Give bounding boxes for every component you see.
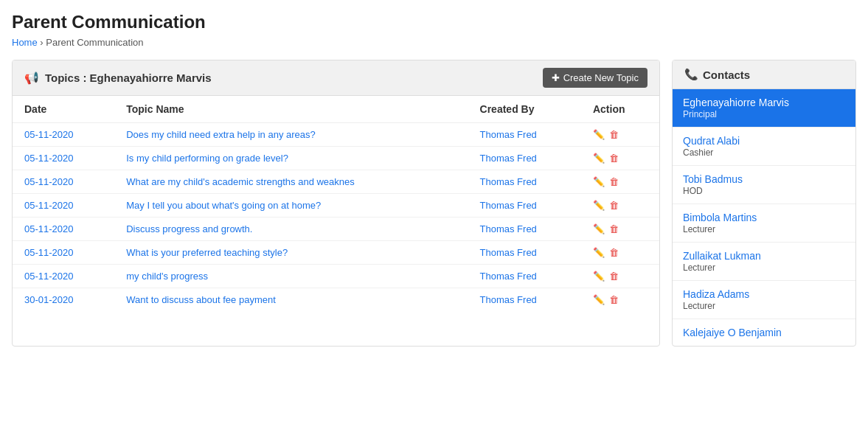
contacts-header-title: Contacts — [703, 69, 750, 81]
cell-topic-name[interactable]: What are my child's academic strengths a… — [114, 170, 468, 194]
edit-icon[interactable]: ✏️ — [593, 247, 605, 258]
col-header-topic-name: Topic Name — [114, 96, 468, 123]
delete-icon[interactable]: 🗑 — [609, 247, 619, 258]
table-row: 05-11-2020Does my child need extra help … — [13, 123, 659, 147]
contact-name: Eghenayahiorre Marvis — [683, 97, 845, 108]
topics-header-title: Topics : Eghenayahiorre Marvis — [45, 72, 212, 84]
cell-topic-name[interactable]: Want to discuss about fee payment — [114, 288, 468, 312]
create-new-topic-button[interactable]: ✚ Create New Topic — [543, 68, 647, 88]
phone-icon: 📞 — [684, 68, 698, 81]
create-btn-label: Create New Topic — [563, 72, 639, 83]
col-header-action: Action — [581, 96, 659, 123]
edit-icon[interactable]: ✏️ — [593, 200, 605, 211]
contact-name: Bimbola Martins — [683, 212, 845, 223]
topics-panel: 📢 Topics : Eghenayahiorre Marvis ✚ Creat… — [12, 60, 660, 347]
delete-icon[interactable]: 🗑 — [609, 153, 619, 164]
create-btn-icon: ✚ — [552, 72, 560, 83]
contact-role: Cashier — [683, 147, 845, 158]
cell-topic-name[interactable]: What is your preferred teaching style? — [114, 241, 468, 265]
contact-item[interactable]: Kalejaiye O Benjamin — [673, 319, 855, 346]
cell-topic-name[interactable]: May I tell you about what's going on at … — [114, 194, 468, 218]
contact-role: Lecturer — [683, 301, 845, 311]
contact-item[interactable]: Bimbola MartinsLecturer — [673, 204, 855, 243]
table-row: 05-11-2020What are my child's academic s… — [13, 170, 659, 194]
main-layout: 📢 Topics : Eghenayahiorre Marvis ✚ Creat… — [12, 60, 856, 347]
cell-date: 30-01-2020 — [13, 288, 114, 312]
cell-topic-name[interactable]: Discuss progress and growth. — [114, 218, 468, 241]
breadcrumb-current: Parent Communication — [46, 37, 143, 48]
cell-created-by: Thomas Fred — [468, 218, 581, 241]
megaphone-icon: 📢 — [24, 71, 39, 85]
cell-action: ✏️🗑 — [581, 265, 659, 288]
cell-topic-name[interactable]: Is my child performing on grade level? — [114, 147, 468, 170]
table-row: 05-11-2020Is my child performing on grad… — [13, 147, 659, 170]
delete-icon[interactable]: 🗑 — [609, 271, 619, 282]
cell-action: ✏️🗑 — [581, 147, 659, 170]
edit-icon[interactable]: ✏️ — [593, 176, 605, 187]
cell-action: ✏️🗑 — [581, 288, 659, 312]
edit-icon[interactable]: ✏️ — [593, 223, 605, 234]
topics-header: 📢 Topics : Eghenayahiorre Marvis ✚ Creat… — [13, 60, 659, 96]
table-row: 05-11-2020my child's progressThomas Fred… — [13, 265, 659, 288]
cell-action: ✏️🗑 — [581, 170, 659, 194]
contact-role: Lecturer — [683, 262, 845, 273]
cell-topic-name[interactable]: Does my child need extra help in any are… — [114, 123, 468, 147]
edit-icon[interactable]: ✏️ — [593, 271, 605, 282]
cell-created-by: Thomas Fred — [468, 170, 581, 194]
contact-name: Hadiza Adams — [683, 288, 845, 300]
breadcrumb-home[interactable]: Home — [12, 37, 38, 48]
topics-table: Date Topic Name Created By Action 05-11-… — [13, 96, 659, 311]
topics-header-left: 📢 Topics : Eghenayahiorre Marvis — [24, 71, 212, 85]
table-row: 05-11-2020What is your preferred teachin… — [13, 241, 659, 265]
edit-icon[interactable]: ✏️ — [593, 294, 605, 305]
col-header-date: Date — [13, 96, 114, 123]
contact-item[interactable]: Hadiza AdamsLecturer — [673, 281, 855, 319]
contact-item[interactable]: Qudrat AlabiCashier — [673, 128, 855, 166]
cell-action: ✏️🗑 — [581, 123, 659, 147]
cell-date: 05-11-2020 — [13, 147, 114, 170]
table-row: 30-01-2020Want to discuss about fee paym… — [13, 288, 659, 312]
breadcrumb: Home › Parent Communication — [12, 37, 856, 48]
delete-icon[interactable]: 🗑 — [609, 223, 619, 234]
edit-icon[interactable]: ✏️ — [593, 153, 605, 164]
delete-icon[interactable]: 🗑 — [609, 129, 619, 140]
contact-name: Tobi Badmus — [683, 173, 845, 185]
contact-item[interactable]: Tobi BadmusHOD — [673, 166, 855, 204]
cell-created-by: Thomas Fred — [468, 147, 581, 170]
cell-created-by: Thomas Fred — [468, 265, 581, 288]
cell-topic-name[interactable]: my child's progress — [114, 265, 468, 288]
cell-action: ✏️🗑 — [581, 241, 659, 265]
contact-role: Principal — [683, 109, 845, 119]
cell-date: 05-11-2020 — [13, 265, 114, 288]
contacts-list: Eghenayahiorre MarvisPrincipalQudrat Ala… — [673, 89, 855, 346]
contacts-header: 📞 Contacts — [673, 60, 855, 89]
contact-role: HOD — [683, 186, 845, 196]
table-header-row: Date Topic Name Created By Action — [13, 96, 659, 123]
cell-created-by: Thomas Fred — [468, 241, 581, 265]
contact-name: Zullaikat Lukman — [683, 250, 845, 262]
table-row: 05-11-2020May I tell you about what's go… — [13, 194, 659, 218]
delete-icon[interactable]: 🗑 — [609, 176, 619, 187]
contact-name: Kalejaiye O Benjamin — [683, 327, 845, 338]
delete-icon[interactable]: 🗑 — [609, 294, 619, 305]
contact-name: Qudrat Alabi — [683, 135, 845, 147]
delete-icon[interactable]: 🗑 — [609, 200, 619, 211]
cell-date: 05-11-2020 — [13, 123, 114, 147]
edit-icon[interactable]: ✏️ — [593, 129, 605, 140]
cell-action: ✏️🗑 — [581, 218, 659, 241]
cell-created-by: Thomas Fred — [468, 123, 581, 147]
col-header-created-by: Created By — [468, 96, 581, 123]
breadcrumb-separator: › — [40, 37, 43, 48]
contact-item[interactable]: Eghenayahiorre MarvisPrincipal — [673, 89, 855, 128]
cell-date: 05-11-2020 — [13, 170, 114, 194]
cell-created-by: Thomas Fred — [468, 288, 581, 312]
table-row: 05-11-2020Discuss progress and growth.Th… — [13, 218, 659, 241]
contact-role: Lecturer — [683, 224, 845, 234]
cell-created-by: Thomas Fred — [468, 194, 581, 218]
contact-item[interactable]: Zullaikat LukmanLecturer — [673, 243, 855, 281]
page-title: Parent Communication — [12, 12, 856, 32]
cell-date: 05-11-2020 — [13, 218, 114, 241]
cell-date: 05-11-2020 — [13, 194, 114, 218]
cell-date: 05-11-2020 — [13, 241, 114, 265]
contacts-panel: 📞 Contacts Eghenayahiorre MarvisPrincipa… — [672, 60, 856, 347]
